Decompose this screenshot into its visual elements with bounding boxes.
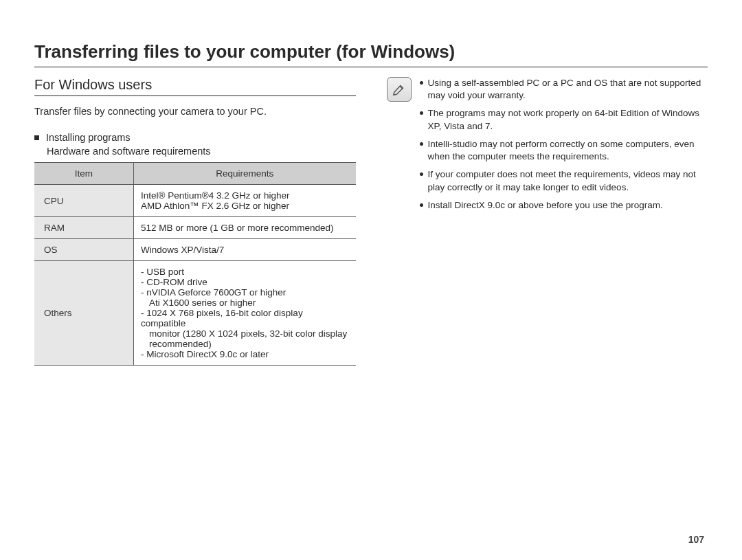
cpu-line1: Intel® Pentium®4 3.2 GHz or higher	[141, 190, 349, 201]
hw-sw-requirements-label: Hardware and software requirements	[47, 146, 356, 157]
table-row: Others - USB port - CD-ROM drive - nVIDI…	[34, 261, 356, 366]
others-l4c: recommended)	[141, 339, 349, 349]
title-divider	[34, 67, 708, 67]
note-icon	[387, 77, 412, 102]
cpu-line2: AMD Athlon™ FX 2.6 GHz or higher	[141, 201, 349, 211]
note-item: Install DirectX 9.0c or above before you…	[420, 199, 708, 212]
others-l3: - nVIDIA Geforce 7600GT or higher	[141, 287, 349, 298]
note-item: Using a self-assembled PC or a PC and OS…	[420, 77, 708, 102]
others-l5: - Microsoft DirectX 9.0c or later	[141, 349, 349, 359]
intro-text: Transfer files by connecting your camera…	[34, 106, 356, 117]
subheading-windows: For Windows users	[34, 77, 356, 93]
note-item: If your computer does not meet the requi…	[420, 168, 708, 193]
pencil-note-icon	[392, 82, 407, 97]
header-requirements: Requirements	[134, 163, 356, 185]
right-column: Using a self-assembled PC or a PC and OS…	[387, 77, 708, 366]
square-bullet-icon	[34, 135, 39, 140]
table-header-row: Item Requirements	[34, 163, 356, 185]
row-value-cpu: Intel® Pentium®4 3.2 GHz or higher AMD A…	[134, 185, 356, 217]
table-row: CPU Intel® Pentium®4 3.2 GHz or higher A…	[34, 185, 356, 217]
page-number: 107	[688, 534, 704, 545]
table-row: OS Windows XP/Vista/7	[34, 239, 356, 261]
page-title: Transferring files to your computer (for…	[34, 41, 708, 63]
header-item: Item	[34, 163, 134, 185]
others-l4b: monitor (1280 X 1024 pixels, 32-bit colo…	[141, 328, 349, 339]
table-row: RAM 512 MB or more (1 GB or more recomme…	[34, 217, 356, 239]
row-value-ram: 512 MB or more (1 GB or more recommended…	[134, 217, 356, 239]
left-column: For Windows users Transfer files by conn…	[34, 77, 356, 366]
installing-programs-label: Installing programs	[46, 132, 131, 143]
row-label-others: Others	[34, 261, 134, 366]
two-column-layout: For Windows users Transfer files by conn…	[34, 77, 708, 366]
row-label-ram: RAM	[34, 217, 134, 239]
row-value-others: - USB port - CD-ROM drive - nVIDIA Gefor…	[134, 261, 356, 366]
note-item: Intelli-studio may not perform correctly…	[420, 138, 708, 163]
row-value-os: Windows XP/Vista/7	[134, 239, 356, 261]
requirements-table: Item Requirements CPU Intel® Pentium®4 3…	[34, 162, 356, 366]
others-l3b: Ati X1600 series or higher	[141, 298, 349, 308]
others-l2: - CD-ROM drive	[141, 277, 349, 287]
subheading-divider	[34, 96, 356, 96]
note-item: The programs may not work properly on 64…	[420, 107, 708, 132]
installing-programs-heading: Installing programs	[34, 132, 356, 143]
manual-page: Transferring files to your computer (for…	[0, 0, 742, 379]
row-label-os: OS	[34, 239, 134, 261]
others-l4: - 1024 X 768 pixels, 16-bit color displa…	[141, 308, 349, 328]
note-block: Using a self-assembled PC or a PC and OS…	[387, 77, 708, 217]
note-list: Using a self-assembled PC or a PC and OS…	[420, 77, 708, 217]
row-label-cpu: CPU	[34, 185, 134, 217]
others-l1: - USB port	[141, 267, 349, 277]
